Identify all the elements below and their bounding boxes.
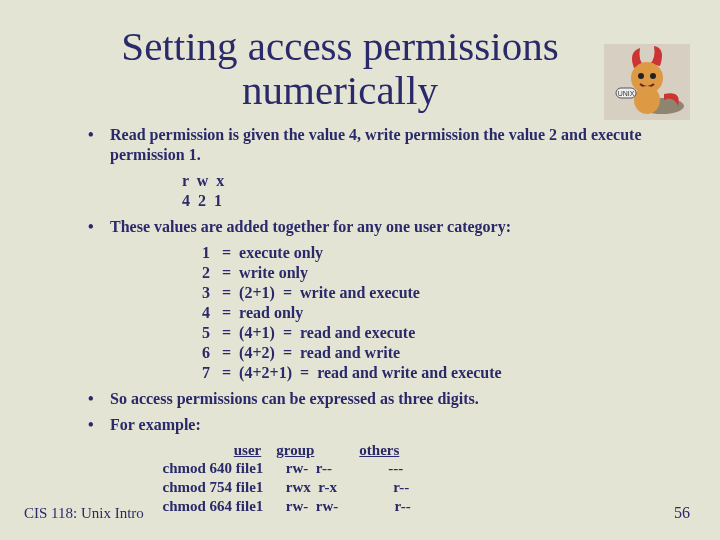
col-user: user <box>234 441 262 460</box>
bsd-daemon-icon: UNIX <box>604 44 690 120</box>
slide-number: 56 <box>674 504 690 522</box>
course-label: CIS 118: Unix Intro <box>24 505 144 522</box>
perm-row: 4 = read only <box>202 303 680 323</box>
bullet-3: So access permissions can be expressed a… <box>110 389 680 409</box>
rwx-values: r w x 4 2 1 <box>182 171 680 211</box>
rwx-letters: r w x <box>182 171 680 191</box>
perm-row: 1 = execute only <box>202 243 680 263</box>
perm-row: 7 = (4+2+1) = read and write and execute <box>202 363 680 383</box>
chmod-row: chmod 664 file1 rw- rw- r-- <box>110 497 680 516</box>
svg-text:UNIX: UNIX <box>618 90 635 97</box>
bullet-2: These values are added together for any … <box>110 217 680 237</box>
slide-body: Read permission is given the value 4, wr… <box>0 125 720 516</box>
permission-mapping-table: 1 = execute only 2 = write only 3 = (2+1… <box>202 243 680 383</box>
perm-row: 3 = (2+1) = write and execute <box>202 283 680 303</box>
svg-point-3 <box>638 73 644 79</box>
chmod-row: chmod 640 file1 rw- r-- --- <box>110 459 680 478</box>
col-others: others <box>359 441 399 460</box>
col-group: group <box>276 441 314 460</box>
svg-point-4 <box>650 73 656 79</box>
bullet-4: For example: <box>110 415 680 435</box>
bullet-1: Read permission is given the value 4, wr… <box>110 125 680 165</box>
chmod-example-block: user group others chmod 640 file1 rw- r-… <box>110 441 680 516</box>
perm-row: 5 = (4+1) = read and execute <box>202 323 680 343</box>
svg-point-5 <box>634 86 660 114</box>
perm-row: 2 = write only <box>202 263 680 283</box>
chmod-row: chmod 754 file1 rwx r-x r-- <box>110 478 680 497</box>
rwx-numbers: 4 2 1 <box>182 191 680 211</box>
perm-row: 6 = (4+2) = read and write <box>202 343 680 363</box>
